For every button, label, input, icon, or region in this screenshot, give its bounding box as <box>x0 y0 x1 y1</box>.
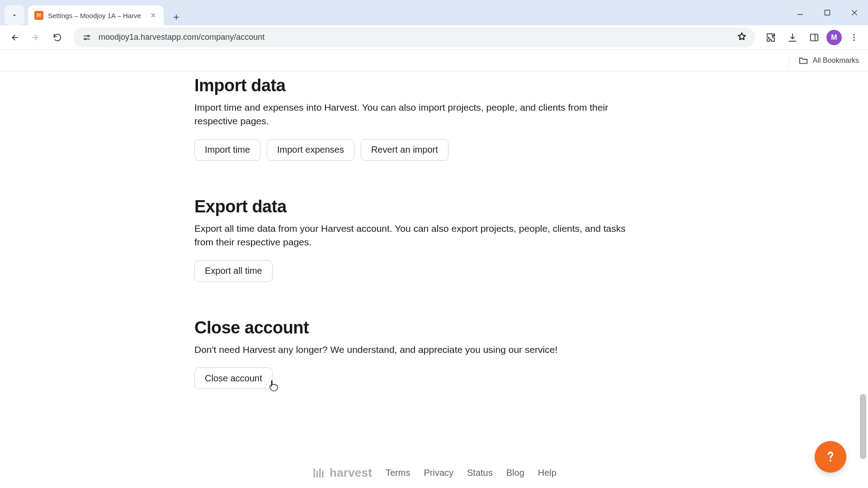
close-icon <box>150 12 156 19</box>
scrollbar-thumb[interactable] <box>860 394 866 459</box>
close-account-title: Close account <box>194 318 665 338</box>
maximize-icon <box>824 9 830 16</box>
page-viewport: Import data Import time and expenses int… <box>0 71 868 488</box>
tab-favicon-icon: H <box>34 11 43 20</box>
close-account-description: Don't need Harvest any longer? We unders… <box>194 343 637 357</box>
site-settings-button[interactable] <box>81 32 92 43</box>
window-controls <box>787 0 868 25</box>
svg-rect-3 <box>811 34 818 41</box>
revert-import-button[interactable]: Revert an import <box>361 139 448 161</box>
help-fab-button[interactable] <box>815 441 846 473</box>
nav-back-button[interactable] <box>5 28 24 47</box>
window-minimize-button[interactable] <box>787 2 814 23</box>
tab-close-button[interactable] <box>149 11 157 19</box>
nav-forward-button[interactable] <box>26 28 45 47</box>
bookmarks-bar: All Bookmarks <box>0 50 868 71</box>
harvest-brand: harvest <box>311 466 372 480</box>
window-maximize-button[interactable] <box>814 2 841 23</box>
chrome-menu-button[interactable] <box>844 28 863 47</box>
export-data-title: Export data <box>194 197 665 216</box>
export-data-description: Export all time data from your Harvest a… <box>194 222 637 249</box>
export-all-time-button[interactable]: Export all time <box>194 260 273 282</box>
browser-tab-strip: H Settings – Moodjoy 1A – Harve <box>0 0 868 25</box>
bookmark-star-button[interactable] <box>737 32 747 43</box>
footer-blog-link[interactable]: Blog <box>506 468 524 478</box>
browser-tab[interactable]: H Settings – Moodjoy 1A – Harve <box>28 5 164 25</box>
svg-point-1 <box>88 35 89 37</box>
close-account-section: Close account Don't need Harvest any lon… <box>194 318 665 389</box>
arrow-right-icon <box>31 33 41 42</box>
footer-status-link[interactable]: Status <box>467 468 493 478</box>
svg-point-2 <box>85 38 86 39</box>
all-bookmarks-label: All Bookmarks <box>813 56 859 65</box>
chevron-down-icon <box>11 12 18 19</box>
export-data-section: Export data Export all time data from yo… <box>194 197 665 282</box>
download-icon <box>788 33 797 42</box>
footer-privacy-link[interactable]: Privacy <box>424 468 453 478</box>
import-data-title: Import data <box>194 76 665 95</box>
import-expenses-button[interactable]: Import expenses <box>267 139 354 161</box>
vertical-scrollbar[interactable] <box>859 76 867 483</box>
reload-icon <box>52 33 62 42</box>
import-data-description: Import time and expenses into Harvest. Y… <box>194 101 637 128</box>
window-close-button[interactable] <box>841 2 868 23</box>
close-icon <box>851 9 858 16</box>
downloads-button[interactable] <box>783 28 802 47</box>
svg-point-6 <box>853 39 854 41</box>
tab-search-dropdown[interactable] <box>5 5 24 25</box>
browser-toolbar: moodjoy1a.harvestapp.com/company/account… <box>0 25 868 50</box>
plus-icon <box>172 13 180 21</box>
puzzle-icon <box>766 33 776 42</box>
tab-title: Settings – Moodjoy 1A – Harve <box>48 12 145 19</box>
import-data-section: Import data Import time and expenses int… <box>194 76 665 161</box>
sliders-icon <box>82 33 91 42</box>
arrow-left-icon <box>9 33 19 42</box>
new-tab-button[interactable] <box>168 9 184 25</box>
import-time-button[interactable]: Import time <box>194 139 260 161</box>
extensions-button[interactable] <box>761 28 780 47</box>
footer-help-link[interactable]: Help <box>538 468 557 478</box>
all-bookmarks-button[interactable]: All Bookmarks <box>798 56 859 66</box>
sidepanel-button[interactable] <box>805 28 824 47</box>
star-icon <box>737 32 747 42</box>
address-bar[interactable]: moodjoy1a.harvestapp.com/company/account <box>73 28 755 47</box>
folder-icon <box>798 56 808 66</box>
kebab-icon <box>849 33 859 42</box>
nav-reload-button[interactable] <box>48 28 67 47</box>
harvest-logo-icon <box>311 466 325 480</box>
bookmarks-separator <box>789 54 789 67</box>
page-footer: harvest Terms Privacy Status Blog Help <box>0 466 868 480</box>
question-mark-icon <box>823 449 838 465</box>
harvest-brand-text: harvest <box>330 466 372 480</box>
profile-avatar-letter: M <box>831 33 837 42</box>
minimize-icon <box>797 9 804 16</box>
svg-rect-0 <box>825 10 830 15</box>
address-text: moodjoy1a.harvestapp.com/company/account <box>99 33 731 42</box>
footer-terms-link[interactable]: Terms <box>386 468 410 478</box>
svg-point-5 <box>853 37 854 38</box>
profile-avatar[interactable]: M <box>826 30 842 45</box>
close-account-button[interactable]: Close account <box>194 367 273 389</box>
sidepanel-icon <box>809 33 819 42</box>
svg-point-7 <box>830 460 831 462</box>
svg-point-4 <box>853 34 854 35</box>
